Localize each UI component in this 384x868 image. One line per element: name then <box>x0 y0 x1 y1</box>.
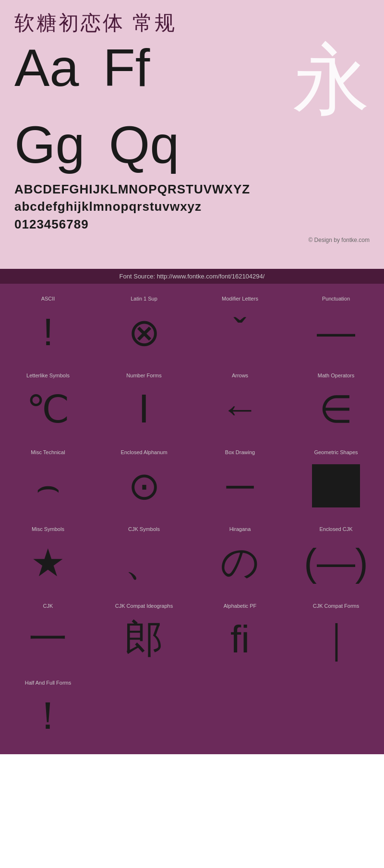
glyph-cell-11: Geometric Shapes <box>288 442 384 519</box>
glyph-symbol-14: の <box>220 537 260 589</box>
glyph-cell-8: Misc Technical⌢ <box>0 442 96 519</box>
glyph-symbol-11 <box>312 460 360 512</box>
source-bar: Font Source: http://www.fontke.com/font/… <box>0 269 384 284</box>
glyph-symbol-3: — <box>317 306 355 358</box>
letter-pair-aa: Aa <box>14 41 79 94</box>
alphabet-lines: ABCDEFGHIJKLMNOPQRSTUVWXYZ abcdefghijklm… <box>14 181 370 233</box>
glyph-label-14: Hiragana <box>197 526 283 532</box>
glyph-cell-7: Math Operators∈ <box>288 365 384 442</box>
glyph-symbol-19: ｜ <box>317 614 355 665</box>
glyph-label-19: CJK Compat Forms <box>293 603 379 609</box>
glyph-symbol-6: ← <box>221 383 259 435</box>
glyph-cell-2: Modifier Lettersˇ <box>192 289 288 365</box>
glyph-symbol-0: ! <box>43 306 53 358</box>
glyph-cell-16: CJK一 <box>0 596 96 673</box>
glyph-cell-18: Alphabetic PFﬁ <box>192 596 288 673</box>
glyph-symbol-16: 一 <box>29 614 67 665</box>
letter-pair-qq: Qq <box>109 118 180 171</box>
source-text: Font Source: http://www.fontke.com/font/… <box>120 273 265 280</box>
digits-line: 0123456789 <box>14 216 370 233</box>
glyph-label-15: Enclosed CJK <box>293 526 379 532</box>
glyph-cell-5: Number FormsⅠ <box>96 365 192 442</box>
glyph-symbol-9: ⊙ <box>128 460 160 512</box>
glyph-symbol-17: 郎 <box>125 614 163 665</box>
letter-pair-ff: Ff <box>103 41 150 94</box>
glyph-cell-17: CJK Compat Ideographs郎 <box>96 596 192 673</box>
glyph-cell-0: ASCII! <box>0 289 96 365</box>
preview-section: 软糖初恋体 常规 Aa Ff 永 Gg Qq ABCDEFGHIJKLMNOPQ… <box>0 0 384 269</box>
glyph-label-12: Misc Symbols <box>5 526 91 532</box>
glyph-symbol-8: ⌢ <box>36 460 61 512</box>
glyph-cell-9: Enclosed Alphanum⊙ <box>96 442 192 519</box>
glyph-grid: ASCII!Latin 1 Sup⊗Modifier LettersˇPunct… <box>0 289 384 749</box>
glyph-cell-6: Arrows← <box>192 365 288 442</box>
glyph-label-10: Box Drawing <box>197 449 283 455</box>
uppercase-line: ABCDEFGHIJKLMNOPQRSTUVWXYZ <box>14 181 370 198</box>
glyph-symbol-13: 、 <box>125 537 163 589</box>
glyph-cell-12: Misc Symbols★ <box>0 519 96 596</box>
glyph-symbol-7: ∈ <box>319 383 353 435</box>
glyph-symbol-4: ℃ <box>26 383 70 435</box>
glyph-section: ASCII!Latin 1 Sup⊗Modifier LettersˇPunct… <box>0 284 384 754</box>
copyright: © Design by fontke.com <box>14 237 370 246</box>
glyph-label-13: CJK Symbols <box>101 526 187 532</box>
lowercase-line: abcdefghijklmnopqrstuvwxyz <box>14 198 370 215</box>
glyph-cell-13: CJK Symbols、 <box>96 519 192 596</box>
glyph-label-4: Letterlike Symbols <box>5 373 91 378</box>
glyph-label-17: CJK Compat Ideographs <box>101 603 187 609</box>
glyph-label-5: Number Forms <box>101 373 187 378</box>
glyph-label-16: CJK <box>5 603 91 609</box>
glyph-label-9: Enclosed Alphanum <box>101 449 187 455</box>
glyph-label-7: Math Operators <box>293 373 379 378</box>
glyph-label-3: Punctuation <box>293 296 379 301</box>
chinese-char: 永 <box>293 41 370 118</box>
glyph-cell-20: Half And Full Forms！ <box>0 673 96 749</box>
row1-letters: Aa Ff 永 <box>14 41 370 118</box>
glyph-cell-4: Letterlike Symbols℃ <box>0 365 96 442</box>
glyph-label-0: ASCII <box>5 296 91 301</box>
glyph-symbol-12: ★ <box>31 537 65 589</box>
glyph-label-18: Alphabetic PF <box>197 603 283 609</box>
font-title: 软糖初恋体 常规 <box>14 10 370 36</box>
glyph-cell-1: Latin 1 Sup⊗ <box>96 289 192 365</box>
glyph-symbol-1: ⊗ <box>128 306 160 358</box>
glyph-label-11: Geometric Shapes <box>293 449 379 455</box>
glyph-label-20: Half And Full Forms <box>5 680 91 686</box>
glyph-symbol-15: (—) <box>304 537 368 589</box>
glyph-symbol-10: ─ <box>227 460 254 512</box>
glyph-symbol-20: ！ <box>29 690 67 742</box>
glyph-label-6: Arrows <box>197 373 283 378</box>
glyph-symbol-18: ﬁ <box>230 614 250 665</box>
glyph-cell-10: Box Drawing─ <box>192 442 288 519</box>
row2-letters: Gg Qq <box>14 118 370 171</box>
glyph-cell-15: Enclosed CJK(—) <box>288 519 384 596</box>
glyph-label-8: Misc Technical <box>5 449 91 455</box>
glyph-label-2: Modifier Letters <box>197 296 283 301</box>
letter-pair-gg: Gg <box>14 118 85 171</box>
glyph-cell-3: Punctuation— <box>288 289 384 365</box>
glyph-label-1: Latin 1 Sup <box>101 296 187 301</box>
glyph-symbol-2: ˇ <box>234 306 247 358</box>
black-square <box>312 464 360 507</box>
glyph-cell-14: Hiraganaの <box>192 519 288 596</box>
glyph-cell-19: CJK Compat Forms｜ <box>288 596 384 673</box>
glyph-symbol-5: Ⅰ <box>138 383 150 435</box>
